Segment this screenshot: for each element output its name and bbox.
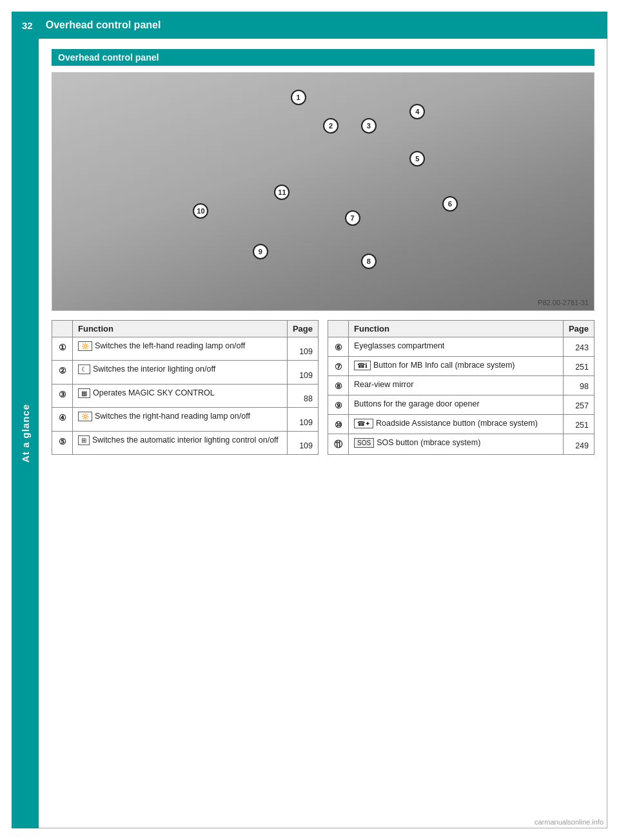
row-function: ⊞Switches the automatic interior lightin…: [73, 431, 288, 454]
row-page: 249: [563, 434, 594, 455]
row-page: 109: [287, 337, 318, 361]
table-row: ① 🔆Switches the left-hand reading lamp o…: [52, 337, 319, 361]
table-row: ② ☾Switches the interior lighting on/off…: [52, 361, 319, 384]
row-page: 109: [287, 408, 318, 431]
image-label: P82.00-2781-31: [538, 299, 589, 306]
row-page: 243: [563, 337, 594, 357]
callout-1: 1: [291, 90, 306, 105]
main-content: Overhead control panel 1 2 3 4 5 6 7 8 9…: [39, 39, 607, 828]
callout-11: 11: [274, 185, 290, 200]
row-function: SOSSOS button (mbrace system): [349, 434, 564, 455]
table-row: ⑩ ☎✦Roadside Assistance button (mbrace s…: [328, 415, 594, 434]
right-function-table: Function Page ⑥ Eyeglasses compartment 2…: [328, 320, 594, 455]
callout-9: 9: [253, 244, 268, 259]
header-bar: 32 Overhead control panel: [12, 12, 607, 39]
row-page: 251: [563, 415, 594, 434]
left-table-function-header: Function: [73, 321, 288, 337]
table-row: ⑨ Buttons for the garage door opener 257: [328, 395, 594, 415]
page-number: 32: [22, 20, 33, 31]
row-function: 🔆Switches the left-hand reading lamp on/…: [73, 337, 288, 361]
row-num: ①: [52, 337, 73, 361]
row-function: Rear-view mirror: [349, 376, 564, 395]
row-function: ▦Operates MAGIC SKY CONTROL: [73, 384, 288, 407]
row-num: ⑦: [328, 357, 349, 376]
diagram-inner: 1 2 3 4 5 6 7 8 9 10 11 P82.00-2781-31: [52, 73, 594, 310]
tables-spacer: [319, 320, 328, 455]
row-num: ⑧: [328, 376, 349, 395]
callout-8: 8: [361, 254, 377, 269]
row-function: Buttons for the garage door opener: [349, 395, 564, 415]
row-function: ☎ℹButton for MB Info call (mbrace system…: [349, 357, 564, 376]
tables-area: Function Page ① 🔆Switches the left-hand …: [52, 320, 594, 455]
row-page: 257: [563, 395, 594, 415]
right-table-num-header: [328, 321, 349, 337]
row-num: ⑥: [328, 337, 349, 357]
left-table-num-header: [52, 321, 73, 337]
callout-2: 2: [323, 118, 339, 134]
callout-5: 5: [409, 151, 425, 166]
row-function: ☾Switches the interior lighting on/off: [73, 361, 288, 384]
row-num: ⑩: [328, 415, 349, 434]
left-table-page-header: Page: [287, 321, 318, 337]
callout-3: 3: [361, 118, 377, 134]
table-row: ③ ▦Operates MAGIC SKY CONTROL 88: [52, 384, 319, 407]
table-row: ⑧ Rear-view mirror 98: [328, 376, 594, 395]
diagram-container: 1 2 3 4 5 6 7 8 9 10 11 P82.00-2781-31: [52, 72, 594, 311]
sidebar-label: At a glance: [20, 404, 31, 463]
row-function: ☎✦Roadside Assistance button (mbrace sys…: [349, 415, 564, 434]
header-title: Overhead control panel: [46, 19, 161, 31]
table-row: ④ 🔆Switches the right-hand reading lamp …: [52, 408, 319, 431]
callout-10: 10: [193, 203, 208, 219]
table-row: ⑦ ☎ℹButton for MB Info call (mbrace syst…: [328, 357, 594, 376]
row-num: ④: [52, 408, 73, 431]
callout-7: 7: [345, 210, 360, 226]
callout-6: 6: [442, 196, 458, 212]
right-table-function-header: Function: [349, 321, 564, 337]
row-page: 109: [287, 361, 318, 384]
table-row: ⑥ Eyeglasses compartment 243: [328, 337, 594, 357]
row-num: ⑪: [328, 434, 349, 455]
row-page: 98: [563, 376, 594, 395]
section-heading: Overhead control panel: [52, 49, 594, 66]
table-row: ⑤ ⊞Switches the automatic interior light…: [52, 431, 319, 454]
row-page: 88: [287, 384, 318, 407]
row-page: 251: [563, 357, 594, 376]
right-table-page-header: Page: [563, 321, 594, 337]
row-num: ③: [52, 384, 73, 407]
watermark: carmanualsonline.info: [535, 818, 604, 826]
row-num: ②: [52, 361, 73, 384]
sidebar: At a glance: [12, 39, 39, 828]
row-num: ⑨: [328, 395, 349, 415]
row-page: 109: [287, 431, 318, 454]
row-function: 🔆Switches the right-hand reading lamp on…: [73, 408, 288, 431]
left-function-table: Function Page ① 🔆Switches the left-hand …: [52, 320, 319, 455]
table-row: ⑪ SOSSOS button (mbrace system) 249: [328, 434, 594, 455]
row-function: Eyeglasses compartment: [349, 337, 564, 357]
callout-4: 4: [409, 104, 425, 119]
row-num: ⑤: [52, 431, 73, 454]
